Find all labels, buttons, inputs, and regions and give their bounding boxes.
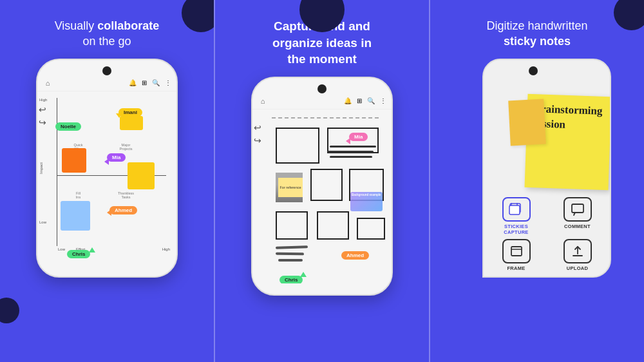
panel-left: Visually collaborate on the go ⌂ 🔔 ⊞ 🔍 ⋮… <box>0 0 214 362</box>
frame-tool-icon <box>502 239 531 263</box>
comment-label: COMMENT <box>564 224 591 229</box>
bell-icon-mid: 🔔 <box>344 97 352 104</box>
svg-rect-4 <box>572 204 583 213</box>
phone-mockup-middle: ⌂ 🔔 ⊞ 🔍 ⋮ ↩ ↪ For refe <box>251 77 393 296</box>
frame-icon: ⊞ <box>142 79 147 86</box>
wf-rect-bot-3 <box>357 218 385 240</box>
gradient-block: Background example <box>350 192 383 211</box>
right-panel-title: Digitize handwrittensticky notes <box>486 18 587 50</box>
phone-toolbar-left: ⌂ 🔔 ⊞ 🔍 ⋮ <box>37 75 176 91</box>
tool-upload[interactable]: UPLOAD <box>550 239 605 271</box>
scribble-3 <box>278 259 303 262</box>
for-reference-note: For reference <box>278 178 303 197</box>
deco-circle-bottomleft <box>0 298 19 323</box>
user-ahmed-mid: Ahmed <box>341 251 369 260</box>
user-mia-left: Mia <box>107 153 126 162</box>
deco-circle-topright <box>614 0 644 30</box>
wf-rect-mid-1 <box>310 169 343 201</box>
user-chris-mid: Chris <box>279 276 303 283</box>
search-icon: 🔍 <box>152 79 160 86</box>
dashed-line-top <box>272 117 379 119</box>
toolbar-right-mid: 🔔 ⊞ 🔍 ⋮ <box>344 97 386 104</box>
stickies-capture-icon <box>502 197 531 222</box>
stickies-capture-label: STICKIESCAPTURE <box>504 224 528 235</box>
impact-label: Impact <box>39 162 43 174</box>
undo-icon-mid: ↩ <box>254 122 261 133</box>
y-high-label: High <box>39 98 47 102</box>
scribble-2 <box>276 252 304 256</box>
scribble-1 <box>276 245 308 249</box>
phone-area-right: Brainstorming session <box>463 59 611 278</box>
user-noelle: Noelle <box>55 122 81 131</box>
home-icon-mid: ⌂ <box>258 96 268 106</box>
panel-right: Digitize handwrittensticky notes Brainst… <box>430 0 644 362</box>
redo-icon: ↪ <box>39 117 46 128</box>
wf-rect-bot-1 <box>276 211 308 240</box>
redo-icon-mid: ↪ <box>254 135 261 146</box>
chris-arrow-left <box>89 247 95 252</box>
sticky-orange <box>62 148 86 173</box>
phone-notch-mid <box>317 84 327 93</box>
phone-notch <box>102 66 111 75</box>
upload-label: UPLOAD <box>567 265 588 271</box>
imani-arrow <box>116 113 122 118</box>
left-panel-title: Visually collaborate on the go <box>55 18 160 50</box>
canvas-middle: ↩ ↪ For reference Background example <box>252 110 392 283</box>
thankless-tasks-label: ThanklessTasks <box>108 191 144 199</box>
comment-icon <box>564 197 592 222</box>
mia-arrow-mid <box>346 138 350 144</box>
x-high-label: High <box>162 247 170 251</box>
phone-notch-right <box>529 66 538 75</box>
sticky-yellow-mid <box>128 162 155 189</box>
toolbar-icons-right: 🔔 ⊞ 🔍 ⋮ <box>129 79 171 86</box>
wf-line-1 <box>330 146 376 148</box>
frame-icon-svg <box>509 245 524 258</box>
more-icon-mid: ⋮ <box>380 97 386 104</box>
more-icon: ⋮ <box>165 79 171 86</box>
comment-icon-svg <box>571 203 585 216</box>
stickies-icon-svg <box>509 202 524 216</box>
phone-mockup-left: ⌂ 🔔 ⊞ 🔍 ⋮ ↩ ↪ High Low Impact Effort Hig… <box>36 59 178 278</box>
sticky-blue <box>61 201 90 231</box>
bg-example-label: Background example <box>350 192 383 198</box>
svg-rect-5 <box>511 247 522 256</box>
y-axis <box>57 98 57 246</box>
major-projects-label: MajorProjects <box>108 143 144 151</box>
chris-arrow-mid <box>300 272 307 277</box>
phone-toolbar-mid: ⌂ 🔔 ⊞ 🔍 ⋮ <box>252 93 392 110</box>
tool-stickies-capture[interactable]: STICKIESCAPTURE <box>489 197 544 235</box>
panel-middle: Capture and and organize ideas in the mo… <box>214 0 430 362</box>
undo-icon: ↩ <box>39 104 46 115</box>
bell-icon: 🔔 <box>129 79 137 86</box>
search-icon-mid: 🔍 <box>367 97 375 104</box>
user-chris-left: Chris <box>67 250 90 258</box>
svg-rect-1 <box>509 205 520 214</box>
frame-icon-mid: ⊞ <box>357 97 362 104</box>
user-ahmed-left: Ahmed <box>109 206 137 214</box>
wf-rect-bot-2 <box>317 211 349 240</box>
fill-ins-label: FillIns <box>61 191 96 199</box>
sticky-yellow-top <box>120 116 143 130</box>
canvas-left: ↩ ↪ High Low Impact Effort High Low Quic… <box>37 91 176 259</box>
mia-arrow-left <box>104 158 109 165</box>
tool-comment[interactable]: COMMENT <box>550 197 605 235</box>
wf-line-3 <box>330 156 372 158</box>
tool-frame[interactable]: FRAME <box>489 239 544 271</box>
phone-right-body: Brainstorming session <box>482 59 611 278</box>
tools-grid: STICKIESCAPTURE COMMENT <box>489 197 605 271</box>
wf-line-2 <box>327 151 374 153</box>
ahmed-arrow-left <box>107 209 111 216</box>
y-low-label: Low <box>39 220 46 224</box>
home-icon: ⌂ <box>43 78 53 88</box>
wf-rect-1 <box>276 128 319 164</box>
upload-icon-svg <box>571 245 585 258</box>
sticky-note-small <box>508 99 546 146</box>
user-mia-mid: Mia <box>349 133 368 141</box>
x-low-label: Low <box>58 247 65 251</box>
frame-label: FRAME <box>507 265 525 271</box>
upload-icon <box>564 239 592 263</box>
